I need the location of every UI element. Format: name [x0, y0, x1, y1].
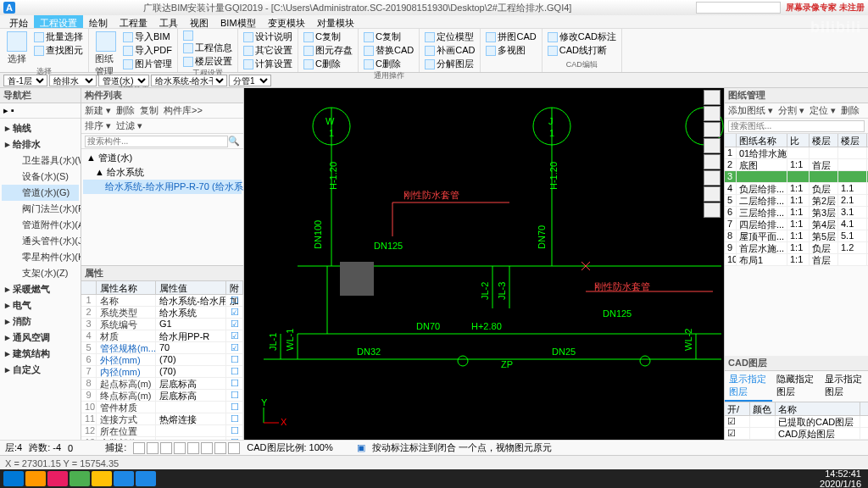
ribbon-item[interactable]: 分解图层 — [423, 58, 476, 70]
ribbon-item[interactable]: 其它设置 — [242, 44, 294, 57]
dm-row[interactable]: 7四层给排...1:1第4层4.1 — [725, 219, 868, 230]
nav-item[interactable]: ▸ 电气 — [2, 297, 79, 313]
nav-item[interactable]: 设备(水)(S) — [2, 169, 79, 185]
ribbon-item[interactable]: C复制 — [302, 30, 354, 43]
dm-row[interactable]: 8屋顶平面...1:1第5层5.1 — [725, 230, 868, 242]
ribbon-item[interactable]: 拼图CAD — [484, 30, 537, 43]
cl-tab[interactable]: 显示指定图层 — [821, 371, 868, 402]
vtb-btn[interactable] — [704, 106, 721, 121]
vtb-btn[interactable] — [704, 138, 721, 153]
nav-item[interactable]: 管道附件(水)(A) — [2, 217, 79, 233]
titlebar-search[interactable] — [696, 2, 781, 14]
prop-row[interactable]: 10管件材质☐ — [81, 402, 243, 413]
ribbon-item[interactable]: CAD线打断 — [546, 44, 618, 57]
prop-row[interactable]: 3系统编号G1☑ — [81, 319, 243, 330]
snap-icons[interactable] — [133, 442, 240, 454]
ribbon-item[interactable]: 多视图 — [484, 44, 537, 57]
vtb-btn[interactable] — [704, 170, 721, 186]
vtb-btn[interactable] — [704, 154, 721, 169]
nav-item[interactable]: ▸ 给排水 — [2, 136, 79, 152]
ribbon-item[interactable]: 定位模型 — [423, 30, 476, 43]
prop-row[interactable]: 13安装部位☐ — [81, 437, 243, 440]
ribbon-item[interactable]: 导入BIM — [121, 30, 174, 43]
vtb-btn[interactable] — [704, 186, 721, 202]
menu-quantity[interactable]: 工程量 — [114, 15, 153, 28]
menu-view[interactable]: 视图 — [184, 15, 214, 28]
cl-row[interactable]: ☑已提取的CAD图层 — [725, 416, 868, 428]
ribbon-btn[interactable]: 图纸管理 — [92, 30, 120, 79]
prop-row[interactable]: 2系统类型给水系统☑ — [81, 307, 243, 319]
drawing-canvas[interactable]: W1 J1 H-1.20 H-1.20 DN100 DN70 DN125 DN7… — [244, 88, 724, 440]
nav-item[interactable]: ▸ 自定义 — [2, 362, 79, 378]
prop-row[interactable]: 11连接方式热熔连接☐ — [81, 413, 243, 425]
dm-row[interactable]: 3 — [725, 171, 868, 183]
ribbon-item[interactable] — [181, 30, 234, 41]
cl-tool[interactable]: 复制 — [140, 104, 159, 117]
dm-tool[interactable]: 分割 ▾ — [778, 104, 804, 117]
ribbon-item[interactable]: 补画CAD — [423, 44, 476, 57]
menu-draw[interactable]: 绘制 — [83, 15, 114, 28]
system-select[interactable]: 给水系统-给水干 — [151, 75, 227, 86]
prop-row[interactable]: 4材质给水用PP-R☑ — [81, 330, 243, 342]
complist-tree[interactable]: ▲ 管道(水)▲ 给水系统给水系统-给水用PP-R-70 (给水系统 给水用PP… — [81, 149, 243, 265]
nav-item[interactable]: 支架(水)(Z) — [2, 265, 79, 281]
ribbon-item[interactable]: 设计说明 — [242, 30, 294, 43]
menu-change[interactable]: 变更模块 — [262, 15, 311, 28]
nav-item[interactable]: ▸ 采暖燃气 — [2, 281, 79, 297]
tb-chrome[interactable] — [92, 471, 112, 486]
dm-row[interactable]: 2底图1:1首层 — [725, 159, 868, 171]
tb-app-active[interactable] — [114, 471, 134, 486]
cl-tool[interactable]: 新建 ▾ — [85, 104, 111, 117]
ribbon-item[interactable]: 查找图元 — [32, 44, 85, 57]
branch-select[interactable]: 分管1 — [229, 75, 271, 86]
ribbon-item[interactable]: 修改CAD标注 — [546, 30, 618, 43]
prop-row[interactable]: 8起点标高(m)层底标高☐ — [81, 378, 243, 390]
nav-item[interactable]: ▸ 通风空调 — [2, 330, 79, 346]
tree-node[interactable]: 给水系统-给水用PP-R-70 (给水系统 给水用PP-R 70) — [83, 180, 242, 194]
nav-item[interactable]: ▸ 轴线 — [2, 120, 79, 136]
menu-bim[interactable]: BIM模型 — [214, 15, 262, 28]
ribbon-item[interactable]: 批量选择 — [32, 30, 85, 43]
menu-compare[interactable]: 对量模块 — [311, 15, 360, 28]
search-icon[interactable]: 🔍 — [228, 136, 240, 147]
nav-item[interactable]: ▸ 建筑结构 — [2, 346, 79, 362]
tb-app[interactable] — [25, 471, 46, 486]
tree-node[interactable]: ▲ 给水系统 — [83, 165, 242, 180]
dm-tool[interactable]: 定位 ▾ — [810, 104, 836, 117]
ribbon-item[interactable]: 图元存盘 — [302, 44, 354, 57]
prop-row[interactable]: 9终点标高(m)层底标高☐ — [81, 390, 243, 402]
prop-row[interactable]: 5管径规格(m...70☑ — [81, 342, 243, 354]
dm-tool[interactable]: 删除 — [841, 104, 860, 117]
vtb-btn[interactable] — [704, 90, 721, 105]
nav-item[interactable]: 零星构件(水)(K) — [2, 249, 79, 265]
cl-tool[interactable]: 删除 — [116, 104, 135, 117]
menu-start[interactable]: 开始 — [3, 15, 34, 28]
menu-tools[interactable]: 工具 — [153, 15, 184, 28]
floor-select[interactable]: 首-1层 — [3, 75, 47, 86]
cl-tool[interactable]: 排序 ▾ — [85, 119, 111, 132]
props-grid[interactable]: 属性名称 属性值 附加 1名称给水系统-给水用PP-R-70☐2系统类型给水系统… — [81, 281, 243, 440]
prop-row[interactable]: 12所在位置☐ — [81, 425, 243, 437]
cl-tool[interactable]: 过滤 ▾ — [116, 119, 142, 132]
nav-tree[interactable]: ▸ 轴线▸ 给排水卫生器具(水)(W)设备(水)(S)管道(水)(G)阀门法兰(… — [0, 119, 81, 440]
prop-row[interactable]: 1名称给水系统-给水用PP-R-70☐ — [81, 295, 243, 307]
dm-search[interactable] — [728, 120, 865, 132]
ribbon-item[interactable]: 导入PDF — [121, 44, 174, 57]
cl-tab[interactable]: 隐藏指定图层 — [772, 371, 820, 402]
nav-item[interactable]: ▸ 消防 — [2, 313, 79, 330]
dm-row[interactable]: 6三层给排...1:1第3层3.1 — [725, 207, 868, 219]
cadlayer-grid[interactable]: 开/关颜色名称 ☑已提取的CAD图层☑CAD原始图层 — [725, 402, 868, 440]
vtb-btn[interactable] — [704, 122, 721, 137]
nav-item[interactable]: 卫生器具(水)(W) — [2, 152, 79, 169]
ribbon-item[interactable]: C复制 — [362, 30, 415, 43]
ribbon-item[interactable]: C删除 — [302, 58, 354, 70]
tb-app[interactable] — [70, 471, 90, 486]
prop-row[interactable]: 7内径(mm)(70)☐ — [81, 366, 243, 378]
dm-row[interactable]: 10布局11:1首层 — [725, 254, 868, 266]
ribbon-item[interactable]: C删除 — [362, 58, 415, 70]
dm-row[interactable]: 9首层水施...1:1负层1.2 — [725, 242, 868, 254]
ribbon-item[interactable]: 工程信息 — [181, 42, 234, 54]
cl-row[interactable]: ☑CAD原始图层 — [725, 428, 868, 440]
dm-row[interactable]: 101给排水施工... — [725, 147, 868, 159]
prop-row[interactable]: 6外径(mm)(70)☐ — [81, 354, 243, 366]
